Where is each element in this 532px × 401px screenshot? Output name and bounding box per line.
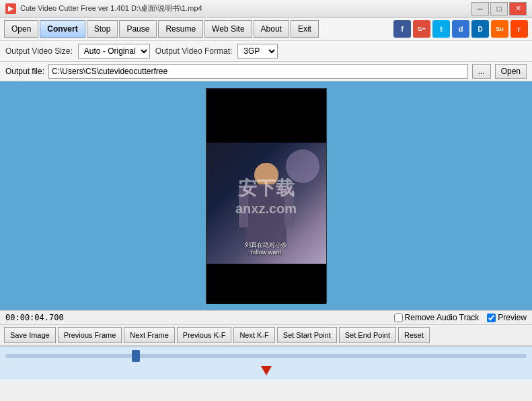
- title-bar: ▶ Cute Video Cutter Free ver 1.401 D:\桌面…: [0, 0, 532, 17]
- googleplus-icon[interactable]: G+: [413, 20, 430, 38]
- output-file-input[interactable]: [48, 64, 468, 79]
- save-image-button[interactable]: Save Image: [4, 327, 56, 343]
- status-checkboxes: Remove Audio Track Preview: [394, 313, 527, 322]
- preview-checkbox[interactable]: [487, 314, 496, 322]
- video-top-black: [206, 89, 326, 143]
- video-frame: 刘真在绝对小余 follow want: [206, 88, 327, 303]
- delicious-icon[interactable]: d: [452, 20, 469, 38]
- open-folder-button[interactable]: Open: [495, 64, 527, 79]
- previous-kf-button[interactable]: Previous K-F: [177, 327, 232, 343]
- set-start-button[interactable]: Set Start Point: [277, 327, 337, 343]
- remove-audio-label[interactable]: Remove Audio Track: [394, 313, 480, 322]
- preview-label[interactable]: Preview: [487, 313, 527, 322]
- social-icons: f G+ t d D Su r: [393, 20, 528, 38]
- arrow-area: [0, 365, 532, 379]
- format-label: Output Video Format:: [155, 46, 233, 56]
- twitter-icon[interactable]: t: [432, 20, 450, 38]
- close-button[interactable]: ✕: [509, 2, 527, 15]
- reset-button[interactable]: Reset: [398, 327, 430, 343]
- video-area: 刘真在绝对小余 follow want 安下载 anxz.com: [0, 81, 532, 310]
- remove-audio-checkbox[interactable]: [394, 314, 403, 322]
- timeline-track[interactable]: [5, 354, 527, 358]
- current-time: 00:00:04.700: [5, 313, 64, 322]
- about-button[interactable]: About: [254, 20, 289, 38]
- toolbar: Open Convert Stop Pause Resume Web Site …: [0, 17, 532, 41]
- open-button[interactable]: Open: [4, 20, 38, 38]
- stumbleupon-icon[interactable]: Su: [491, 20, 508, 38]
- browse-button[interactable]: ...: [472, 64, 491, 79]
- digg-icon[interactable]: D: [471, 20, 489, 38]
- video-subtitle: 刘真在绝对小余 follow want: [206, 242, 326, 257]
- format-select[interactable]: 3GP MP4 AVI MOV WMV: [237, 44, 278, 59]
- pause-button[interactable]: Pause: [119, 20, 157, 38]
- controls-bar: Save Image Previous Frame Next Frame Pre…: [0, 325, 532, 346]
- previous-frame-button[interactable]: Previous Frame: [58, 327, 122, 343]
- file-bar: Output file: ... Open: [0, 62, 532, 81]
- size-label: Output Video Size:: [5, 46, 73, 56]
- exit-button[interactable]: Exit: [291, 20, 319, 38]
- options-bar: Output Video Size: Auto - Original 320x2…: [0, 41, 532, 62]
- arrow-down-icon: [261, 366, 272, 375]
- convert-button[interactable]: Convert: [40, 20, 85, 38]
- timeline-bar[interactable]: [0, 346, 532, 365]
- next-frame-button[interactable]: Next Frame: [124, 327, 174, 343]
- timeline-thumb[interactable]: [132, 350, 140, 362]
- minimize-button[interactable]: ─: [471, 2, 489, 15]
- website-button[interactable]: Web Site: [204, 20, 252, 38]
- facebook-icon[interactable]: f: [393, 20, 411, 38]
- resume-button[interactable]: Resume: [158, 20, 203, 38]
- video-bottom-black: [206, 264, 326, 304]
- set-end-button[interactable]: Set End Point: [339, 327, 396, 343]
- output-file-label: Output file:: [5, 67, 44, 76]
- window-controls: ─ □ ✕: [471, 2, 527, 15]
- window-title: Cute Video Cutter Free ver 1.401 D:\桌面\说…: [20, 3, 471, 13]
- size-select[interactable]: Auto - Original 320x240 640x480 1280x720: [78, 44, 150, 59]
- stop-button[interactable]: Stop: [87, 20, 118, 38]
- maximize-button[interactable]: □: [490, 2, 508, 15]
- next-kf-button[interactable]: Next K-F: [233, 327, 274, 343]
- reddit-icon[interactable]: r: [510, 20, 528, 38]
- timeline-arrow: [261, 366, 272, 375]
- app-icon: ▶: [5, 3, 16, 14]
- status-bar: 00:00:04.700 Remove Audio Track Preview: [0, 310, 532, 325]
- video-content: 刘真在绝对小余 follow want: [206, 143, 326, 264]
